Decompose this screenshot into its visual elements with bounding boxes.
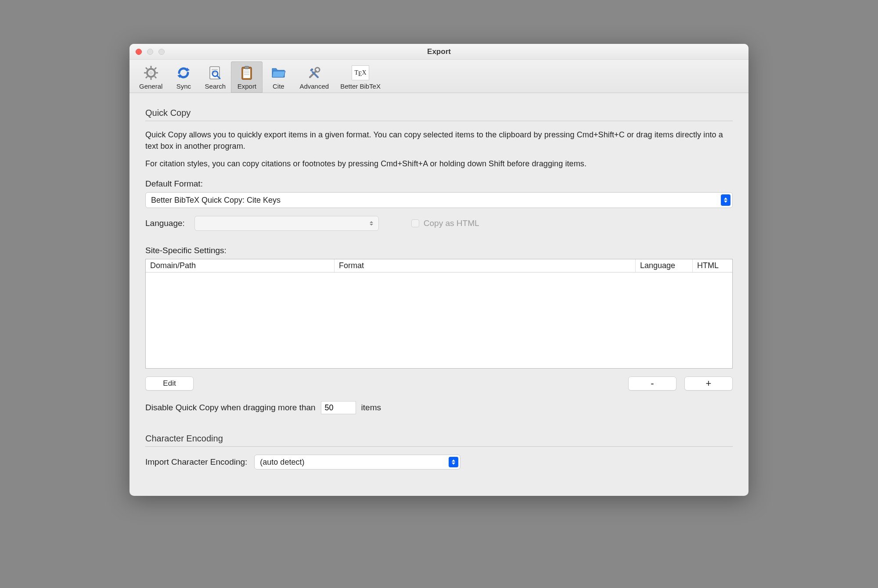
default-format-select[interactable]: Better BibTeX Quick Copy: Cite Keys	[145, 192, 733, 208]
tab-general-label: General	[139, 82, 162, 90]
tab-better-bibtex[interactable]: TEX Better BibTeX	[334, 61, 387, 93]
quickcopy-section-header: Quick Copy	[145, 108, 733, 121]
import-encoding-value: (auto detect)	[260, 458, 304, 467]
checkbox-box	[411, 219, 419, 227]
svg-point-25	[315, 68, 320, 72]
svg-line-5	[146, 68, 148, 69]
svg-line-6	[155, 76, 156, 78]
tab-advanced[interactable]: Advanced	[294, 61, 334, 93]
preferences-toolbar: General Sync	[130, 60, 748, 93]
site-settings-table[interactable]: Domain/Path Format Language HTML	[145, 259, 733, 369]
svg-rect-19	[243, 69, 250, 78]
chevron-up-down-icon	[721, 194, 730, 206]
language-select[interactable]	[194, 216, 379, 231]
tab-sync[interactable]: Sync	[168, 61, 199, 93]
chevron-up-down-icon	[368, 219, 375, 228]
sync-icon	[175, 64, 192, 82]
gear-icon	[142, 64, 160, 82]
svg-marker-11	[177, 75, 181, 78]
site-settings-label: Site-Specific Settings:	[145, 246, 733, 255]
remove-button[interactable]: -	[628, 376, 676, 391]
svg-marker-10	[186, 68, 190, 71]
disable-dragging-before: Disable Quick Copy when dragging more th…	[145, 403, 316, 412]
tab-cite-label: Cite	[273, 82, 284, 90]
clipboard-icon	[238, 64, 255, 82]
tab-cite[interactable]: Cite	[263, 61, 294, 93]
search-document-icon	[206, 64, 224, 82]
language-label: Language:	[145, 219, 185, 228]
copy-as-html-checkbox[interactable]: Copy as HTML	[411, 219, 479, 228]
content-pane: Quick Copy Quick Copy allows you to quic…	[130, 93, 748, 496]
column-domain[interactable]: Domain/Path	[146, 259, 335, 272]
disable-dragging-after: items	[361, 403, 381, 412]
titlebar: Export	[130, 44, 748, 60]
svg-line-7	[155, 68, 156, 69]
chevron-up-down-icon	[449, 457, 458, 467]
import-encoding-label: Import Character Encoding:	[145, 457, 247, 467]
table-header: Domain/Path Format Language HTML	[146, 259, 732, 272]
tools-icon	[306, 64, 323, 82]
column-html[interactable]: HTML	[693, 259, 732, 272]
tab-better-bibtex-label: Better BibTeX	[340, 82, 381, 90]
tab-search[interactable]: Search	[199, 61, 231, 93]
column-format[interactable]: Format	[335, 259, 636, 272]
svg-line-8	[146, 76, 148, 78]
copy-as-html-label: Copy as HTML	[424, 219, 479, 228]
tab-export[interactable]: Export	[231, 61, 263, 93]
quickcopy-description-1: Quick Copy allows you to quickly export …	[145, 129, 733, 152]
tab-advanced-label: Advanced	[299, 82, 329, 90]
svg-point-9	[149, 71, 153, 75]
default-format-value: Better BibTeX Quick Copy: Cite Keys	[151, 196, 281, 205]
add-button[interactable]: +	[684, 376, 733, 391]
tab-sync-label: Sync	[176, 82, 191, 90]
window-title: Export	[130, 47, 748, 56]
disable-dragging-input[interactable]	[321, 401, 356, 414]
edit-button[interactable]: Edit	[145, 376, 194, 391]
default-format-label: Default Format:	[145, 179, 733, 189]
folder-icon	[270, 64, 287, 82]
svg-rect-20	[245, 66, 249, 69]
tab-general[interactable]: General	[134, 61, 168, 93]
tab-export-label: Export	[237, 82, 256, 90]
quickcopy-description-2: For citation styles, you can copy citati…	[145, 158, 733, 169]
import-encoding-select[interactable]: (auto detect)	[254, 455, 461, 470]
preferences-window: Export General	[130, 44, 748, 496]
tex-icon: TEX	[352, 64, 369, 82]
tab-search-label: Search	[205, 82, 226, 90]
encoding-section-header: Character Encoding	[145, 434, 733, 447]
column-language[interactable]: Language	[636, 259, 693, 272]
